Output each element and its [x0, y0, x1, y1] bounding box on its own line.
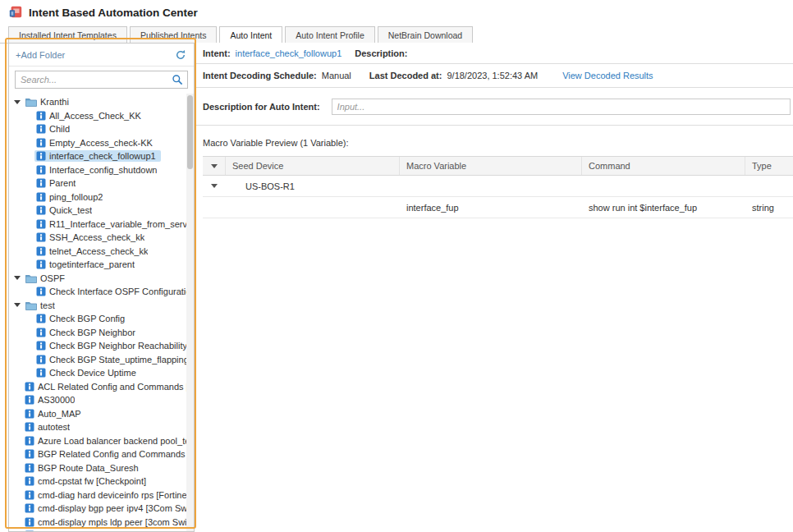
tree-item-azure-load-balancer-backend-pool-test[interactable]: Azure Load balancer backend pool_test — [9, 434, 194, 448]
intent-name-link[interactable]: interface_check_followup1 — [236, 48, 342, 58]
intent-icon — [36, 246, 46, 256]
tree-item-content: AS30000 — [23, 394, 80, 406]
tree-item-interface-check-followup1[interactable]: interface_check_followup1 — [9, 149, 194, 163]
table-body: US-BOS-R1interface_fupshow run int $inte… — [203, 176, 793, 218]
tree-item-autotest[interactable]: autotest — [9, 420, 194, 434]
tab-netbrain-download[interactable]: NetBrain Download — [378, 26, 473, 44]
tree-item-parent[interactable]: Parent — [9, 177, 194, 190]
tree-item-r11-interface-variable-from-service[interactable]: R11_Interface_variable_from_service — [9, 218, 194, 232]
tree-item-togetinterface-parent[interactable]: togetinterface_parent — [9, 258, 194, 272]
tree-item-quick-test[interactable]: Quick_test — [9, 204, 194, 218]
tree-item-label: AS30000 — [38, 395, 75, 405]
tree-item-content: telnet_Access_check_kk — [34, 245, 153, 257]
tree-item-label: autotest — [38, 422, 70, 432]
tree-item-label: Auto_MAP — [38, 409, 81, 419]
tree-item-check-bgp-neighbor[interactable]: Check BGP Neighbor — [9, 326, 194, 340]
tree-item-as30000[interactable]: AS30000 — [9, 393, 194, 407]
macro-variable-cell: interface_fup — [400, 197, 582, 218]
seed-device-cell: US-BOS-R1 — [226, 176, 400, 196]
tree-item-content: Quick_test — [34, 204, 97, 216]
refresh-icon[interactable] — [174, 48, 187, 62]
tree-item-auto-map[interactable]: Auto_MAP — [9, 407, 194, 421]
table-group-row-us-bos-r1[interactable]: US-BOS-R1 — [203, 176, 793, 197]
tree-item-empty-access-check-kk[interactable]: Empty_Access_check-KK — [9, 136, 194, 150]
last-decoded-label: Last Decoded at: — [369, 71, 442, 80]
tree-item-ping-folloup2[interactable]: ping_folloup2 — [9, 190, 194, 204]
tree-item-label: interface_check_followup1 — [49, 151, 156, 161]
tree-item-content: Interface_config_shutdown — [34, 164, 162, 176]
tree-item-label: Child — [49, 124, 70, 134]
tree-item-content: Check Device Uptime — [34, 367, 141, 378]
tree-item-cmd-diag-hard-deviceinfo-rps-fortinet-fortig[interactable]: cmd-diag hard deviceinfo rps [Fortinet F… — [9, 488, 194, 502]
expand-collapse-icon[interactable] — [14, 303, 21, 307]
auto-intent-content: Intent: interface_check_followup1 Descri… — [195, 43, 793, 532]
table-data-row[interactable]: interface_fupshow run int $interface_fup… — [203, 197, 793, 218]
tree-item-bgp-route-data-suresh[interactable]: BGP Route Data_Suresh — [9, 461, 194, 475]
search-input[interactable] — [16, 75, 167, 85]
search-icon[interactable] — [167, 71, 187, 88]
seed-device-cell — [226, 197, 400, 218]
tree-folder-ospf[interactable]: OSPF — [9, 272, 194, 286]
tree-item-check-bgp-neighbor-reachability[interactable]: Check BGP Neighbor Reachability — [9, 339, 194, 353]
tree-item-check-bgp-state-uptime-flapping[interactable]: Check BGP State_uptime_flapping — [9, 353, 194, 367]
tab-installed-intent-templates[interactable]: Installed Intent Templates — [8, 26, 127, 44]
tree-folder-test[interactable]: test — [9, 299, 194, 313]
sidebar-toolbar: +Add Folder — [9, 44, 194, 66]
tree-item-check-interface-ospf-configuration[interactable]: Check Interface OSPF Configuration — [9, 285, 194, 299]
column-header-macro-variable[interactable]: Macro Variable — [400, 157, 582, 175]
tree-item-cmd-display-mpls-ldp-peer-3com-switch[interactable]: cmd-display mpls ldp peer [3com Switch] — [9, 516, 194, 530]
app-header: Intent Based Automation Center — [0, 0, 793, 25]
tree-item-all-access-check-kk[interactable]: All_Access_Check_KK — [9, 109, 194, 123]
tree-item-label: telnet_Access_check_kk — [49, 246, 148, 256]
intent-icon — [36, 111, 46, 121]
tree-item-bgp-related-config-and-commands-cisco-io[interactable]: BGP Related Config and Commands [Cisco I… — [9, 447, 194, 461]
tree-item-content: R11_Interface_variable_from_service — [34, 218, 194, 230]
tree-item-ssh-access-check-kk[interactable]: SSH_Access_check_kk — [9, 231, 194, 245]
tree-item-label: cmd-cpstat fw [Checkpoint] — [38, 476, 146, 486]
tree-item-child[interactable]: Child — [9, 122, 194, 136]
tree-folder-kranthi[interactable]: Kranthi — [9, 95, 194, 109]
intent-label: Intent: — [203, 48, 231, 58]
tree-item-telnet-access-check-kk[interactable]: telnet_Access_check_kk — [9, 245, 194, 259]
column-header-command[interactable]: Command — [582, 157, 745, 175]
tree-item-content: Kranthi — [24, 96, 74, 108]
view-decoded-results-link[interactable]: View Decoded Results — [562, 71, 653, 80]
add-folder-button[interactable]: +Add Folder — [16, 50, 65, 60]
intent-icon — [25, 449, 34, 459]
tree-item-cmd-display-ospf-peer-3com-switch[interactable]: cmd-display ospf peer [3com Switch] — [9, 529, 194, 531]
app-logo-icon — [8, 5, 23, 20]
tab-auto-intent-profile[interactable]: Auto Intent Profile — [285, 26, 374, 44]
tree-item-interface-config-shutdown[interactable]: Interface_config_shutdown — [9, 163, 194, 177]
column-header-seed-device[interactable]: Seed Device — [226, 157, 400, 175]
auto-intent-description-input[interactable] — [332, 99, 791, 115]
tree-item-label: OSPF — [40, 273, 65, 283]
tree-item-label: BGP Route Data_Suresh — [38, 463, 139, 473]
intent-icon — [25, 463, 34, 473]
app-window: Intent Based Automation Center Installed… — [0, 0, 793, 532]
tree-item-label: cmd-display mpls ldp peer [3com Switch] — [38, 517, 194, 527]
tree-item-content: Empty_Access_check-KK — [34, 137, 158, 149]
tree-item-cmd-display-bgp-peer-ipv4-3com-switch[interactable]: cmd-display bgp peer ipv4 [3Com Switch] — [9, 502, 194, 516]
row-expander-cell — [203, 197, 226, 218]
tree-scrollbar[interactable] — [186, 94, 194, 531]
tree-scrollbar-thumb[interactable] — [187, 95, 193, 169]
tree-item-check-bgp-config[interactable]: Check BGP Config — [9, 312, 194, 326]
tab-auto-intent[interactable]: Auto Intent — [219, 26, 282, 44]
tree-item-content: BGP Related Config and Commands [Cisco I… — [23, 448, 194, 460]
tree-item-cmd-cpstat-fw-checkpoint[interactable]: cmd-cpstat fw [Checkpoint] — [9, 475, 194, 488]
tree-item-label: cmd-display ospf peer [3com Switch] — [38, 530, 185, 531]
tab-published-intents[interactable]: Published Intents — [130, 26, 218, 44]
tree-item-acl-related-config-and-commands-cisco-ios[interactable]: ACL Related Config and Commands [Cisco I… — [9, 380, 194, 394]
tree-item-content: Check BGP Config — [34, 313, 130, 324]
tree-item-check-device-uptime[interactable]: Check Device Uptime — [9, 366, 194, 380]
expand-collapse-icon[interactable] — [14, 100, 21, 104]
tree-item-label: test — [40, 300, 55, 310]
tree-item-label: ACL Related Config and Commands [Cisco I… — [38, 382, 194, 392]
intent-icon — [25, 422, 34, 432]
table-collapse-all-cell[interactable] — [203, 157, 226, 175]
expand-collapse-icon[interactable] — [14, 276, 21, 280]
intent-icon — [36, 355, 46, 365]
column-header-type[interactable]: Type — [745, 157, 793, 175]
row-expander-cell[interactable] — [203, 176, 226, 196]
page-title: Intent Based Automation Center — [29, 7, 198, 19]
